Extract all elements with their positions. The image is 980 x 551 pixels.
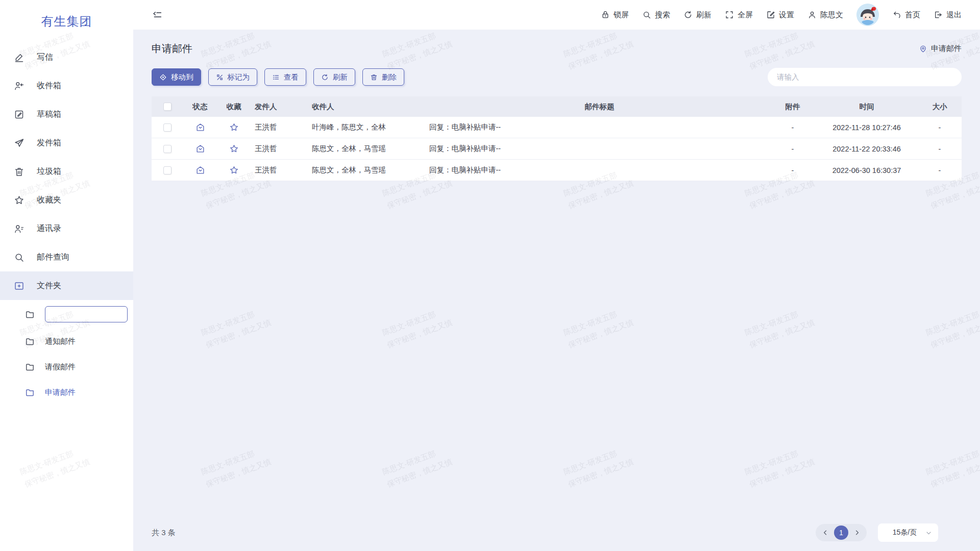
table-row[interactable]: 王洪哲 陈思文，全林，马雪瑶 回复：电脑补贴申请-- - 2022-06-30 … xyxy=(152,160,962,181)
mark-as-icon xyxy=(216,73,224,81)
content: 申请邮件 申请邮件 移动到 xyxy=(133,30,980,518)
cell-recipients: 陈思文，全林，马雪瑶 xyxy=(312,144,429,154)
sidebar-item-sent[interactable]: 发件箱 xyxy=(0,129,133,157)
folder-item-notice[interactable]: 通知邮件 xyxy=(0,329,133,354)
delete-button[interactable]: 删除 xyxy=(362,68,404,86)
cell-sender: 王洪哲 xyxy=(251,122,312,132)
trash-icon xyxy=(13,166,24,177)
sidebar-item-contacts[interactable]: 通讯录 xyxy=(0,214,133,243)
cell-time: 2022-11-22 20:33:46 xyxy=(816,145,918,153)
folder-icon xyxy=(24,336,35,346)
folder-list: 通知邮件 请假邮件 申请邮件 xyxy=(0,300,133,405)
page-size-select[interactable]: 15条/页 xyxy=(878,523,938,542)
star-icon xyxy=(13,194,24,206)
inbox-person-icon xyxy=(13,80,24,91)
home-button[interactable]: 首页 xyxy=(892,10,920,20)
cell-attachment: - xyxy=(770,123,816,132)
user-icon xyxy=(807,10,817,19)
total-count: 共 3 条 xyxy=(152,528,176,538)
folder-icon xyxy=(24,362,35,372)
favorite-star-icon[interactable] xyxy=(229,122,239,132)
view-button[interactable]: 查看 xyxy=(264,68,306,86)
folder-plus-icon xyxy=(13,280,24,291)
cell-subject[interactable]: 回复：电脑补贴申请-- xyxy=(429,144,770,154)
next-page-button[interactable] xyxy=(853,529,861,536)
cell-size: - xyxy=(918,166,962,174)
row-checkbox[interactable] xyxy=(163,166,172,174)
sidebar-item-favorites[interactable]: 收藏夹 xyxy=(0,186,133,214)
sidebar-item-drafts[interactable]: 草稿箱 xyxy=(0,100,133,129)
home-label: 首页 xyxy=(905,10,920,20)
search-icon xyxy=(13,252,24,263)
folder-item-leave[interactable]: 请假邮件 xyxy=(0,354,133,380)
cell-attachment: - xyxy=(770,166,816,174)
table-row[interactable]: 王洪哲 陈思文，全林，马雪瑶 回复：电脑补贴申请-- - 2022-11-22 … xyxy=(152,138,962,160)
move-to-button[interactable]: 移动到 xyxy=(152,68,201,86)
prev-page-button[interactable] xyxy=(822,529,829,536)
header-time: 时间 xyxy=(816,102,918,112)
table-row[interactable]: 王洪哲 叶海峰，陈思文，全林 回复：电脑补贴申请-- - 2022-11-28 … xyxy=(152,117,962,138)
sidebar-item-junk[interactable]: 垃圾箱 xyxy=(0,157,133,186)
mail-read-icon xyxy=(195,144,205,154)
cell-subject[interactable]: 回复：电脑补贴申请-- xyxy=(429,165,770,175)
cell-size: - xyxy=(918,123,962,132)
row-checkbox[interactable] xyxy=(163,123,172,132)
lock-screen-button[interactable]: 锁屏 xyxy=(601,10,629,20)
logout-icon xyxy=(934,10,943,19)
move-to-icon xyxy=(159,73,167,81)
cell-attachment: - xyxy=(770,145,816,153)
lock-screen-label: 锁屏 xyxy=(614,10,629,20)
cell-subject[interactable]: 回复：电脑补贴申请-- xyxy=(429,122,770,132)
fullscreen-icon xyxy=(725,10,734,19)
sidebar-item-label: 文件夹 xyxy=(37,281,61,291)
cell-time: 2022-06-30 16:30:37 xyxy=(816,166,918,174)
toolbar: 移动到 标记为 查看 xyxy=(152,68,962,86)
sidebar-item-label: 收藏夹 xyxy=(37,195,61,206)
search-button[interactable]: 搜索 xyxy=(642,10,670,20)
new-folder-row xyxy=(0,300,133,329)
table-header-row: 状态 收藏 发件人 收件人 邮件标题 附件 时间 大小 xyxy=(152,96,962,117)
view-label: 查看 xyxy=(284,72,299,82)
header-sender: 发件人 xyxy=(251,102,312,112)
sidebar-item-label: 发件箱 xyxy=(37,138,61,148)
sidebar-item-inbox[interactable]: 收件箱 xyxy=(0,71,133,100)
send-icon xyxy=(13,137,24,148)
move-to-label: 移动到 xyxy=(171,72,193,82)
sidebar-item-compose[interactable]: 写信 xyxy=(0,43,133,71)
favorite-star-icon[interactable] xyxy=(229,144,239,154)
header-status: 状态 xyxy=(183,102,217,112)
page-number-1[interactable]: 1 xyxy=(834,525,848,540)
cell-size: - xyxy=(918,145,962,153)
sidebar-item-label: 收件箱 xyxy=(37,81,61,91)
folder-icon xyxy=(24,309,35,319)
new-folder-input[interactable] xyxy=(45,306,128,322)
sidebar-item-label: 通讯录 xyxy=(37,223,61,234)
footer: 共 3 条 1 15条/页 xyxy=(133,518,980,551)
contacts-icon xyxy=(13,223,24,234)
delete-label: 删除 xyxy=(382,72,397,82)
select-all-checkbox[interactable] xyxy=(163,103,172,111)
mark-as-button[interactable]: 标记为 xyxy=(208,68,258,86)
refresh-button[interactable]: 刷新 xyxy=(683,10,712,20)
mail-table: 状态 收藏 发件人 收件人 邮件标题 附件 时间 大小 王洪哲 叶海峰，陈思文，… xyxy=(152,96,962,181)
fullscreen-button[interactable]: 全屏 xyxy=(725,10,753,20)
logout-button[interactable]: 退出 xyxy=(934,10,962,20)
menu-fold-icon[interactable] xyxy=(152,9,163,20)
sidebar-item-mail-search[interactable]: 邮件查询 xyxy=(0,243,133,271)
user-button[interactable]: 陈思文 xyxy=(807,10,843,20)
favorite-star-icon[interactable] xyxy=(229,165,239,175)
search-label: 搜索 xyxy=(655,10,670,20)
sidebar-item-folders[interactable]: 文件夹 xyxy=(0,271,133,300)
settings-button[interactable]: 设置 xyxy=(766,10,794,20)
avatar[interactable] xyxy=(856,4,879,26)
sidebar-item-label: 邮件查询 xyxy=(37,252,69,263)
folder-item-apply[interactable]: 申请邮件 xyxy=(0,380,133,405)
row-checkbox[interactable] xyxy=(163,145,172,153)
brand-logo: 有生集团 xyxy=(0,6,133,43)
mail-search-input[interactable] xyxy=(768,68,962,86)
header-subject: 邮件标题 xyxy=(429,102,770,112)
folder-icon xyxy=(24,387,35,397)
header-size: 大小 xyxy=(918,102,962,112)
chevron-down-icon xyxy=(925,530,932,536)
refresh-list-button[interactable]: 刷新 xyxy=(313,68,355,86)
